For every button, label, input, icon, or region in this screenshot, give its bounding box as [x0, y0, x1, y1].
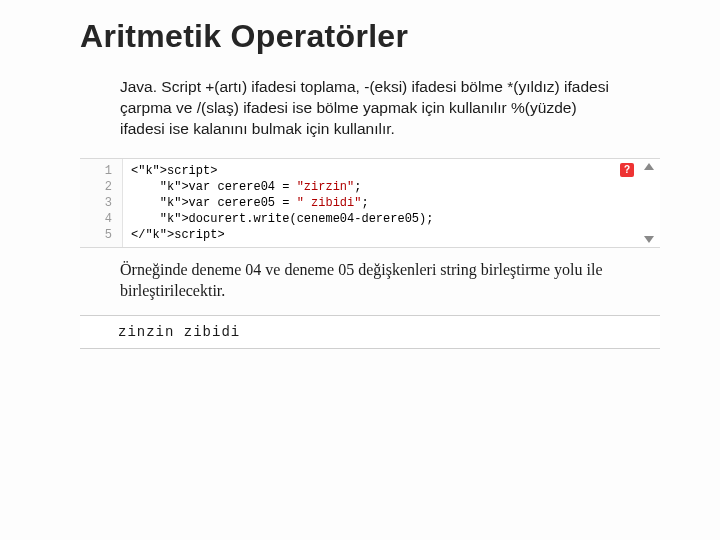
intro-paragraph: Java. Script +(artı) ifadesi toplama, -(… — [120, 77, 620, 140]
slide: Aritmetik Operatörler Java. Script +(art… — [0, 0, 720, 540]
code-editor: 1 2 3 4 5 <"k">script> "k">var cerere04 … — [80, 158, 660, 248]
line-number: 5 — [80, 227, 112, 243]
error-badge-icon[interactable]: ? — [620, 163, 634, 177]
scroll-down-icon[interactable] — [644, 236, 654, 243]
code-content: <"k">script> "k">var cerere04 = "zirzin"… — [123, 159, 660, 247]
line-number: 1 — [80, 163, 112, 179]
scroll-up-icon[interactable] — [644, 163, 654, 170]
page-title: Aritmetik Operatörler — [80, 18, 660, 55]
output-result: zinzin zibidi — [80, 315, 660, 349]
line-number: 2 — [80, 179, 112, 195]
line-number: 3 — [80, 195, 112, 211]
line-number-gutter: 1 2 3 4 5 — [80, 159, 123, 247]
example-description: Örneğinde deneme 04 ve deneme 05 değişke… — [120, 260, 620, 302]
line-number: 4 — [80, 211, 112, 227]
